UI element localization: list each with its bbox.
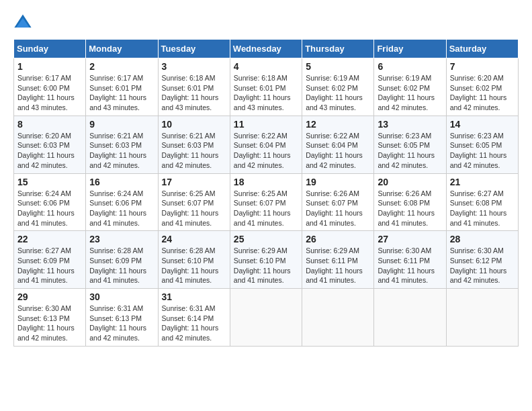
day-number: 24 <box>162 234 226 244</box>
calendar-cell <box>446 289 518 347</box>
cell-sun-info: Sunrise: 6:17 AMSunset: 6:01 PMDaylight:… <box>89 73 154 113</box>
calendar-cell: 10Sunrise: 6:21 AMSunset: 6:03 PMDayligh… <box>158 116 230 173</box>
calendar-cell: 8Sunrise: 6:20 AMSunset: 6:03 PMDaylight… <box>14 116 86 173</box>
day-number: 16 <box>89 177 154 187</box>
calendar-cell: 26Sunrise: 6:29 AMSunset: 6:11 PMDayligh… <box>302 231 374 289</box>
day-number: 13 <box>378 119 442 130</box>
calendar-week-row: 1Sunrise: 6:17 AMSunset: 6:00 PMDaylight… <box>14 58 519 116</box>
calendar-cell: 25Sunrise: 6:29 AMSunset: 6:10 PMDayligh… <box>230 231 302 289</box>
calendar-cell: 24Sunrise: 6:28 AMSunset: 6:10 PMDayligh… <box>158 231 230 289</box>
logo <box>13 13 35 32</box>
calendar-cell: 11Sunrise: 6:22 AMSunset: 6:04 PMDayligh… <box>230 116 302 173</box>
day-number: 22 <box>17 234 82 244</box>
day-of-week-header: Friday <box>374 40 446 58</box>
day-number: 3 <box>162 61 226 72</box>
day-number: 21 <box>450 177 515 187</box>
cell-sun-info: Sunrise: 6:28 AMSunset: 6:09 PMDaylight:… <box>89 246 154 285</box>
cell-sun-info: Sunrise: 6:24 AMSunset: 6:06 PMDaylight:… <box>17 189 82 228</box>
day-of-week-header: Monday <box>86 40 158 58</box>
day-number: 2 <box>89 61 154 72</box>
day-number: 10 <box>162 119 226 130</box>
calendar-cell: 15Sunrise: 6:24 AMSunset: 6:06 PMDayligh… <box>14 173 86 231</box>
calendar-cell: 16Sunrise: 6:24 AMSunset: 6:06 PMDayligh… <box>86 173 158 231</box>
day-number: 4 <box>234 61 298 72</box>
calendar-cell: 7Sunrise: 6:20 AMSunset: 6:02 PMDaylight… <box>446 58 518 116</box>
day-number: 12 <box>306 119 370 130</box>
day-number: 15 <box>17 177 82 187</box>
cell-sun-info: Sunrise: 6:23 AMSunset: 6:05 PMDaylight:… <box>378 131 442 171</box>
calendar-cell: 18Sunrise: 6:25 AMSunset: 6:07 PMDayligh… <box>230 173 302 231</box>
cell-sun-info: Sunrise: 6:17 AMSunset: 6:00 PMDaylight:… <box>17 73 82 113</box>
calendar-cell: 12Sunrise: 6:22 AMSunset: 6:04 PMDayligh… <box>302 116 374 173</box>
calendar-cell: 17Sunrise: 6:25 AMSunset: 6:07 PMDayligh… <box>158 173 230 231</box>
cell-sun-info: Sunrise: 6:30 AMSunset: 6:12 PMDaylight:… <box>450 246 515 285</box>
day-of-week-header: Thursday <box>302 40 374 58</box>
calendar-cell: 27Sunrise: 6:30 AMSunset: 6:11 PMDayligh… <box>374 231 446 289</box>
calendar-header-row: SundayMondayTuesdayWednesdayThursdayFrid… <box>14 40 519 58</box>
calendar-cell: 5Sunrise: 6:19 AMSunset: 6:02 PMDaylight… <box>302 58 374 116</box>
day-of-week-header: Sunday <box>14 40 86 58</box>
cell-sun-info: Sunrise: 6:25 AMSunset: 6:07 PMDaylight:… <box>162 189 226 228</box>
calendar-cell: 13Sunrise: 6:23 AMSunset: 6:05 PMDayligh… <box>374 116 446 173</box>
cell-sun-info: Sunrise: 6:25 AMSunset: 6:07 PMDaylight:… <box>234 189 298 228</box>
calendar-cell: 30Sunrise: 6:31 AMSunset: 6:13 PMDayligh… <box>86 289 158 347</box>
calendar-cell: 9Sunrise: 6:21 AMSunset: 6:03 PMDaylight… <box>86 116 158 173</box>
day-number: 23 <box>89 234 154 244</box>
calendar-cell: 22Sunrise: 6:27 AMSunset: 6:09 PMDayligh… <box>14 231 86 289</box>
day-number: 27 <box>378 234 442 244</box>
cell-sun-info: Sunrise: 6:31 AMSunset: 6:13 PMDaylight:… <box>89 304 154 343</box>
day-of-week-header: Saturday <box>446 40 518 58</box>
cell-sun-info: Sunrise: 6:26 AMSunset: 6:08 PMDaylight:… <box>378 189 442 228</box>
day-number: 14 <box>450 119 515 130</box>
cell-sun-info: Sunrise: 6:24 AMSunset: 6:06 PMDaylight:… <box>89 189 154 228</box>
calendar-cell <box>230 289 302 347</box>
cell-sun-info: Sunrise: 6:30 AMSunset: 6:11 PMDaylight:… <box>378 246 442 285</box>
day-number: 1 <box>17 61 82 72</box>
calendar-table: SundayMondayTuesdayWednesdayThursdayFrid… <box>13 39 519 347</box>
day-number: 25 <box>234 234 298 244</box>
cell-sun-info: Sunrise: 6:22 AMSunset: 6:04 PMDaylight:… <box>234 131 298 171</box>
day-number: 5 <box>306 61 370 72</box>
day-number: 17 <box>162 177 226 187</box>
cell-sun-info: Sunrise: 6:18 AMSunset: 6:01 PMDaylight:… <box>162 73 226 113</box>
cell-sun-info: Sunrise: 6:30 AMSunset: 6:13 PMDaylight:… <box>17 304 82 343</box>
cell-sun-info: Sunrise: 6:19 AMSunset: 6:02 PMDaylight:… <box>306 73 370 113</box>
calendar-cell: 28Sunrise: 6:30 AMSunset: 6:12 PMDayligh… <box>446 231 518 289</box>
calendar-cell: 19Sunrise: 6:26 AMSunset: 6:07 PMDayligh… <box>302 173 374 231</box>
day-number: 28 <box>450 234 515 244</box>
cell-sun-info: Sunrise: 6:21 AMSunset: 6:03 PMDaylight:… <box>89 131 154 171</box>
day-of-week-header: Tuesday <box>158 40 230 58</box>
calendar-body: 1Sunrise: 6:17 AMSunset: 6:00 PMDaylight… <box>14 58 519 347</box>
calendar-cell: 20Sunrise: 6:26 AMSunset: 6:08 PMDayligh… <box>374 173 446 231</box>
calendar-week-row: 29Sunrise: 6:30 AMSunset: 6:13 PMDayligh… <box>14 289 519 347</box>
cell-sun-info: Sunrise: 6:29 AMSunset: 6:11 PMDaylight:… <box>306 246 370 285</box>
cell-sun-info: Sunrise: 6:23 AMSunset: 6:05 PMDaylight:… <box>450 131 515 171</box>
day-of-week-header: Wednesday <box>230 40 302 58</box>
cell-sun-info: Sunrise: 6:21 AMSunset: 6:03 PMDaylight:… <box>162 131 226 171</box>
calendar-week-row: 15Sunrise: 6:24 AMSunset: 6:06 PMDayligh… <box>14 173 519 231</box>
cell-sun-info: Sunrise: 6:29 AMSunset: 6:10 PMDaylight:… <box>234 246 298 285</box>
cell-sun-info: Sunrise: 6:18 AMSunset: 6:01 PMDaylight:… <box>234 73 298 113</box>
day-number: 11 <box>234 119 298 130</box>
cell-sun-info: Sunrise: 6:28 AMSunset: 6:10 PMDaylight:… <box>162 246 226 285</box>
day-number: 19 <box>306 177 370 187</box>
day-number: 9 <box>89 119 154 130</box>
calendar-cell: 4Sunrise: 6:18 AMSunset: 6:01 PMDaylight… <box>230 58 302 116</box>
cell-sun-info: Sunrise: 6:26 AMSunset: 6:07 PMDaylight:… <box>306 189 370 228</box>
day-number: 30 <box>89 291 154 302</box>
cell-sun-info: Sunrise: 6:27 AMSunset: 6:09 PMDaylight:… <box>17 246 82 285</box>
page-header <box>13 13 519 32</box>
day-number: 20 <box>378 177 442 187</box>
logo-icon <box>13 13 32 32</box>
cell-sun-info: Sunrise: 6:31 AMSunset: 6:14 PMDaylight:… <box>162 304 226 343</box>
calendar-cell: 14Sunrise: 6:23 AMSunset: 6:05 PMDayligh… <box>446 116 518 173</box>
calendar-cell: 1Sunrise: 6:17 AMSunset: 6:00 PMDaylight… <box>14 58 86 116</box>
calendar-cell: 6Sunrise: 6:19 AMSunset: 6:02 PMDaylight… <box>374 58 446 116</box>
day-number: 7 <box>450 61 515 72</box>
day-number: 18 <box>234 177 298 187</box>
cell-sun-info: Sunrise: 6:22 AMSunset: 6:04 PMDaylight:… <box>306 131 370 171</box>
day-number: 6 <box>378 61 442 72</box>
cell-sun-info: Sunrise: 6:19 AMSunset: 6:02 PMDaylight:… <box>378 73 442 113</box>
calendar-cell <box>302 289 374 347</box>
day-number: 26 <box>306 234 370 244</box>
